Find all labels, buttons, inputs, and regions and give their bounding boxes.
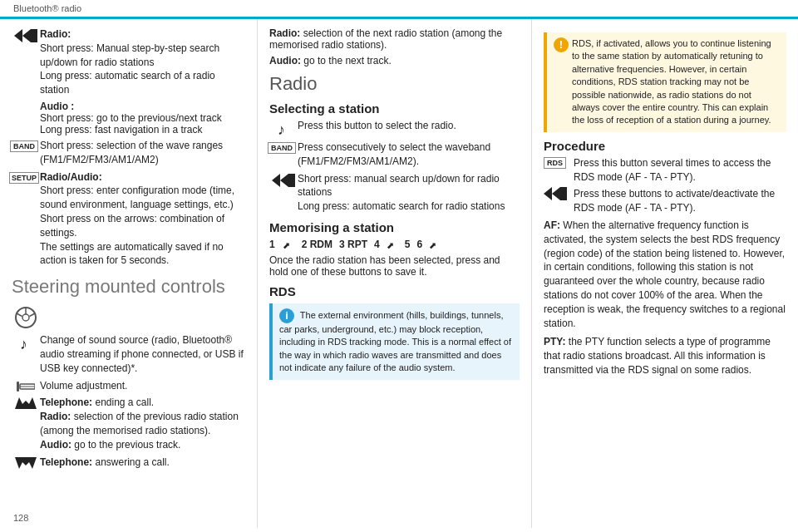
- mem-btn-4: 4: [374, 239, 380, 250]
- telephone-end-label: Telephone:: [40, 397, 92, 408]
- audio-prev-label: Audio:: [40, 439, 71, 451]
- audio-next-label: Audio:: [269, 55, 301, 66]
- phone-end-icon: [12, 396, 40, 409]
- volume-row: Volume adjustment.: [12, 379, 245, 393]
- svg-rect-9: [17, 382, 19, 392]
- svg-rect-17: [288, 174, 295, 187]
- mem-icon-4: ⬈: [387, 238, 398, 251]
- band-badge-middle: BAND: [269, 140, 298, 154]
- af-text: AF: When the alternative frequency funct…: [544, 219, 786, 330]
- select-radio-text: Press this button to select the radio.: [298, 119, 520, 133]
- svg-marker-13: [15, 457, 37, 469]
- rds-badge-icon: RDS: [544, 156, 574, 169]
- mem-btn-5: 5: [405, 239, 411, 250]
- svg-marker-22: [552, 187, 560, 200]
- selecting-station-heading: Selecting a station: [269, 101, 520, 116]
- band-text: Short press: selection of the wave range…: [40, 139, 245, 167]
- left-column: Radio: Short press: Manual step-by-step …: [0, 19, 258, 528]
- phone-answer-row: Telephone: answering a call.: [12, 456, 245, 470]
- audio-next-line: Audio: go to the next track.: [269, 55, 520, 66]
- music-note-icon-steering: ♪: [12, 333, 40, 352]
- steering-heading: Steering mounted controls: [12, 276, 245, 298]
- manual-search-text: Short press: manual search up/down for r…: [298, 173, 500, 199]
- radio-next-line: Radio: selection of the next radio stati…: [269, 27, 520, 51]
- radio-long-press: Long press: automatic search of a radio …: [40, 70, 215, 96]
- setup-badge: SETUP: [9, 172, 39, 184]
- rds-info-text: The external environment (hills, buildin…: [279, 310, 511, 372]
- audio-prev-text: go to the previous track.: [74, 439, 180, 451]
- svg-line-7: [30, 313, 36, 317]
- volume-text: Volume adjustment.: [40, 379, 245, 393]
- mem-btn-6: 6: [416, 239, 422, 250]
- rds-warning-text: RDS, if activated, allows you to continu…: [572, 37, 780, 127]
- memorising-description: Once the radio station has been selected…: [269, 254, 520, 278]
- procedure-heading: Procedure: [544, 139, 786, 153]
- manual-search-row: Short press: manual search up/down for r…: [269, 172, 520, 214]
- change-source-text: Change of sound source (radio, Bluetooth…: [40, 333, 245, 375]
- mem-icon-1: ⬈: [282, 238, 295, 251]
- info-icon: i: [279, 308, 294, 323]
- rds-procedure-text: Press this button several times to acces…: [574, 156, 786, 185]
- rds-warning-box: ! RDS, if activated, allows you to conti…: [544, 32, 786, 132]
- audio-section: Audio : Short press: go to the previous/…: [40, 101, 245, 135]
- telephone-answer-text: answering a call.: [95, 456, 169, 468]
- band-badge: BAND: [10, 140, 38, 152]
- audio-long-press: Long press: fast navigation in a track: [40, 124, 202, 135]
- skip-arrows-procedure-icon: [544, 187, 574, 203]
- music-note-icon-select: ♪: [269, 119, 298, 137]
- band-badge-left: BAND: [12, 139, 40, 152]
- mem-btn-1: 1: [269, 239, 275, 250]
- svg-point-4: [22, 314, 29, 321]
- volume-icon: [12, 379, 40, 392]
- setup-line1: Short press: enter configuration mode (t…: [40, 185, 234, 210]
- telephone-end-text: ending a call.: [95, 397, 154, 408]
- telephone-answer-label: Telephone:: [40, 456, 92, 468]
- memorising-heading: Memorising a station: [269, 220, 520, 234]
- skip-procedure-row: Press these buttons to activate/deactiva…: [544, 187, 786, 215]
- select-radio-row: ♪ Press this button to select the radio.: [269, 119, 520, 137]
- radio-main-heading: Radio: [269, 73, 520, 95]
- page-number: 128: [13, 513, 28, 523]
- header-title: Bluetooth® radio: [13, 3, 81, 13]
- radio-short-press: Short press: Manual step-by-step search …: [40, 42, 219, 68]
- steering-wheel-row: [12, 304, 245, 329]
- svg-text:⬈: ⬈: [387, 240, 394, 250]
- rds-heading: RDS: [269, 284, 520, 298]
- band-select-row: BAND Press consecutively to select the w…: [269, 140, 520, 169]
- change-source-row: ♪ Change of sound source (radio, Bluetoo…: [12, 333, 245, 375]
- audio-short-press: Short press: go to the previous/next tra…: [40, 112, 222, 124]
- setup-line3: The settings are automatically saved if …: [40, 241, 224, 267]
- rds-procedure-row: RDS Press this button several times to a…: [544, 156, 786, 185]
- steering-wheel-icon: [12, 304, 40, 329]
- svg-rect-23: [560, 187, 567, 200]
- skip-procedure-text: Press these buttons to activate/deactiva…: [574, 187, 786, 215]
- radio-prev-label: Radio:: [40, 411, 71, 422]
- auto-search-text: Long press: automatic search for radio s…: [298, 200, 505, 212]
- svg-marker-15: [272, 174, 280, 187]
- memory-buttons-row: 1 ⬈ 2 RDM 3 RPT 4 ⬈ 5 6 ⬈: [269, 238, 520, 251]
- svg-line-6: [17, 313, 22, 317]
- mem-btn-3: 3 RPT: [339, 239, 367, 250]
- rds-info-box: i The external environment (hills, build…: [269, 303, 520, 380]
- svg-marker-16: [280, 174, 288, 187]
- skip-arrows-icon: [269, 172, 298, 187]
- svg-text:♪: ♪: [278, 121, 285, 137]
- svg-marker-1: [22, 29, 31, 42]
- page-header: Bluetooth® radio: [0, 0, 798, 19]
- radio-next-text: selection of the next radio station (amo…: [269, 27, 502, 51]
- phone-answer-icon: [12, 456, 40, 469]
- skip-icon-left: [12, 27, 40, 42]
- band-select-text: Press consecutively to select the waveba…: [298, 140, 520, 169]
- svg-marker-21: [544, 187, 552, 200]
- setup-section: SETUP Radio/Audio: Short press: enter co…: [12, 170, 245, 268]
- audio-label: Audio :: [40, 101, 74, 112]
- mem-btn-2: 2 RDM: [302, 239, 332, 250]
- setup-label: Radio/Audio:: [40, 171, 102, 183]
- radio-section: Radio: Short press: Manual step-by-step …: [12, 27, 245, 97]
- band-section: BAND Short press: selection of the wave …: [12, 139, 245, 167]
- svg-text:♪: ♪: [20, 336, 27, 352]
- middle-column: Radio: selection of the next radio stati…: [258, 19, 532, 528]
- svg-marker-0: [14, 29, 22, 42]
- right-column: ! RDS, if activated, allows you to conti…: [532, 19, 798, 528]
- svg-marker-12: [15, 397, 37, 409]
